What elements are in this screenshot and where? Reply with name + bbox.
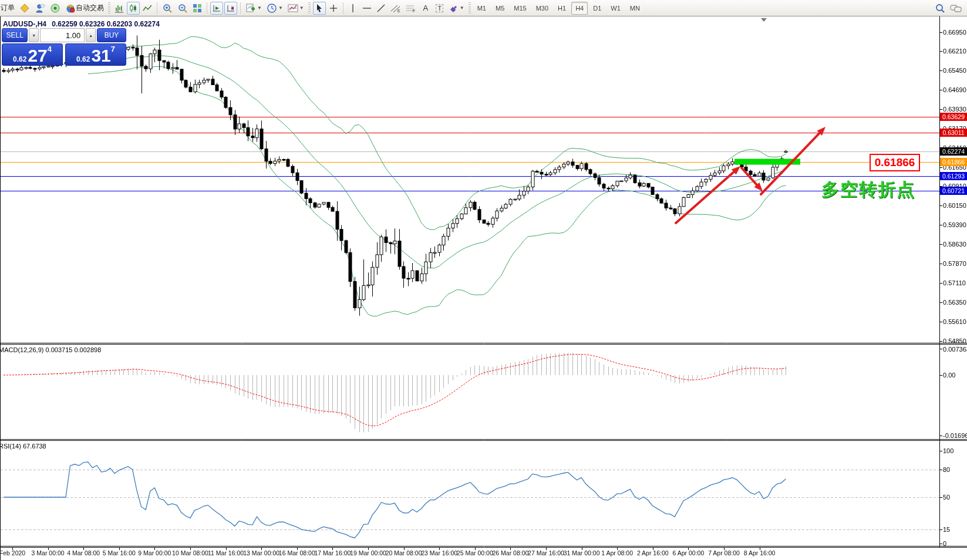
toolbar-separator: [207, 2, 207, 14]
chevron-up-icon: ▲: [89, 33, 93, 38]
channel-button[interactable]: E: [389, 2, 403, 15]
trendline-button[interactable]: [375, 2, 388, 15]
tile-windows-button[interactable]: [191, 2, 204, 15]
journal-button[interactable]: [18, 2, 32, 15]
sell-button[interactable]: SELL: [2, 28, 28, 42]
crosshair-button[interactable]: [327, 2, 340, 15]
new-order-button[interactable]: 订单: [0, 2, 16, 15]
new-chart-button[interactable]: ▼: [244, 2, 264, 15]
axis-tick-label: 0.57870: [943, 260, 966, 267]
zoom-out-button[interactable]: [176, 2, 190, 15]
auto-trading-icon: [65, 3, 76, 14]
rsi-axis-label: 0: [943, 540, 946, 547]
axis-tick-label: 0.64690: [943, 86, 966, 93]
timeframe-m1[interactable]: M1: [473, 2, 490, 15]
axis-tick-label: 0.66210: [943, 48, 966, 55]
time-axis-label: 16 Mar 08:00: [279, 549, 315, 556]
price-line-label: 0.62274: [940, 147, 967, 156]
chat-button[interactable]: [948, 2, 963, 15]
community-button[interactable]: [33, 2, 47, 15]
time-axis-label: 8 Apr 16:00: [744, 549, 776, 556]
vertical-line-button[interactable]: [346, 2, 359, 15]
timeframe-w1[interactable]: W1: [607, 2, 625, 15]
tile-windows-icon: [193, 4, 202, 13]
indicators-button[interactable]: ▼: [286, 2, 306, 15]
axis-tick-label: 0.66950: [943, 29, 966, 36]
time-axis-label: 4 Mar 08:00: [67, 549, 100, 556]
bar-chart-button[interactable]: [113, 2, 126, 15]
rsi-axis-label: 80: [943, 466, 950, 473]
arrows-button[interactable]: ▼: [447, 2, 466, 15]
dropdown-arrow-icon: ▼: [257, 5, 262, 11]
axis-tick-label: 0.58630: [943, 241, 966, 248]
cursor-button[interactable]: [313, 2, 326, 15]
svg-text:E: E: [397, 9, 400, 13]
timeframe-h1[interactable]: H1: [554, 2, 570, 15]
text-label-button[interactable]: T: [433, 2, 446, 15]
buy-button[interactable]: BUY: [97, 28, 126, 42]
price-chart-canvas[interactable]: [1, 16, 967, 560]
macd-axis-label: 0.00: [943, 372, 955, 379]
macd-values: 0.003715 0.002898: [45, 346, 101, 353]
sell-price-display[interactable]: 0.62 27 4: [2, 43, 63, 66]
auto-scroll-icon: [212, 4, 221, 13]
arrow-objects-icon: [449, 4, 459, 13]
cursor-icon: [315, 4, 324, 13]
volume-decrease-button[interactable]: ▼: [29, 28, 39, 42]
time-axis-label: 13 Mar 00:00: [243, 549, 279, 556]
fibonacci-button[interactable]: F: [404, 2, 418, 15]
volume-input[interactable]: 1.00: [40, 28, 85, 42]
chart-title: AUDUSD-,H4 0.62259 0.62326 0.62203 0.622…: [3, 20, 160, 28]
rsi-value: 67.6738: [23, 443, 46, 450]
auto-scroll-button[interactable]: [210, 2, 223, 15]
zoom-in-button[interactable]: [160, 2, 174, 15]
time-axis-label: 3 Mar 00:00: [32, 549, 65, 556]
timeframe-m5[interactable]: M5: [491, 2, 508, 15]
bar-chart-icon: [114, 4, 124, 13]
fibonacci-icon: F: [406, 4, 416, 13]
toolbar-separator: [343, 2, 343, 14]
price-line-label: 0.63629: [940, 113, 967, 121]
timeframe-mn[interactable]: MN: [626, 2, 644, 15]
trade-panel-prices: 0.62 27 4 0.62 31 7: [2, 43, 126, 66]
chart-shift-button[interactable]: [224, 2, 237, 15]
pivot-point-note[interactable]: 多空转折点: [821, 178, 915, 202]
horizontal-line-button[interactable]: [360, 2, 373, 15]
chart-symbol-period: AUDUSD-,H4: [3, 20, 46, 28]
timeframe-m15[interactable]: M15: [510, 2, 530, 15]
sell-price-sup: 4: [48, 45, 52, 53]
rsi-title: RSI(14): [0, 443, 21, 450]
candle-chart-button[interactable]: [127, 2, 140, 15]
time-axis-label: Feb 2020: [0, 549, 25, 556]
macd-axis-label: 0.007363: [943, 346, 967, 353]
axis-tick-label: 0.55610: [943, 318, 966, 325]
buy-price-sup: 7: [111, 45, 115, 53]
signal-icon: [50, 3, 60, 14]
macd-title: MACD(12,26,9): [0, 346, 43, 353]
buy-price-display[interactable]: 0.62 31 7: [65, 43, 126, 66]
text-tool-icon: A: [423, 4, 428, 12]
axis-tick-label: 0.57110: [943, 279, 966, 286]
axis-tick-label: 0.54850: [943, 338, 966, 345]
time-axis-label: 6 Apr 00:00: [673, 549, 705, 556]
volume-increase-button[interactable]: ▲: [86, 28, 96, 42]
price-annotation-box[interactable]: 0.61866: [870, 154, 920, 171]
trade-panel-controls: SELL ▼ 1.00 ▲ BUY: [2, 28, 126, 42]
period-button[interactable]: ▼: [265, 2, 285, 15]
auto-trading-label: 自动交易: [76, 3, 104, 13]
search-button[interactable]: [933, 2, 947, 15]
timeframe-m30[interactable]: M30: [532, 2, 552, 15]
zoom-out-icon: [177, 3, 188, 14]
time-axis-label: 17 Mar 16:00: [314, 549, 351, 556]
timeframe-h4[interactable]: H4: [571, 2, 588, 15]
signal-button[interactable]: [48, 2, 62, 15]
axis-tick-label: 0.63930: [943, 106, 966, 113]
timeframe-d1[interactable]: D1: [589, 2, 605, 15]
toolbar-grip: [108, 2, 110, 14]
rsi-axis-label: 15: [943, 526, 950, 533]
line-chart-button[interactable]: [141, 2, 154, 15]
time-axis-label: 1 Apr 08:00: [601, 549, 633, 556]
auto-trading-button[interactable]: 自动交易: [63, 2, 106, 15]
text-button[interactable]: A: [419, 2, 432, 15]
rsi-axis-label: 50: [943, 494, 950, 501]
